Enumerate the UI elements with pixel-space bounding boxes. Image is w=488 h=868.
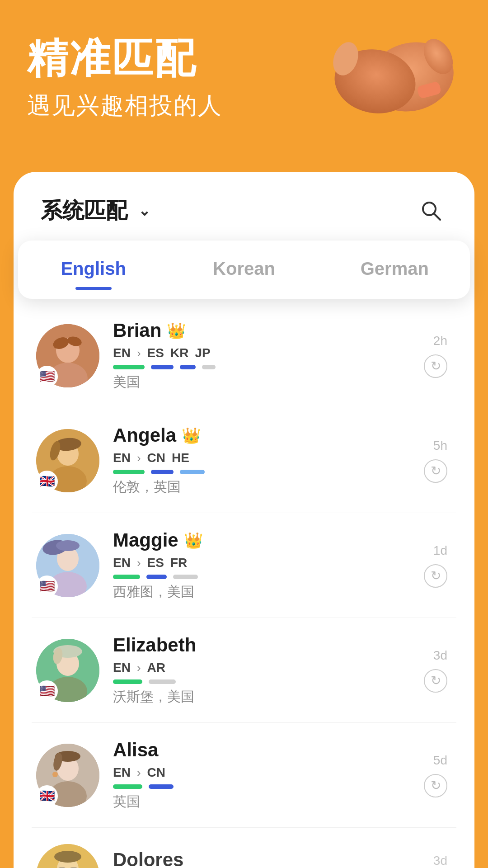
time-label: 5d [433,753,447,768]
svg-point-37 [54,851,81,863]
search-button[interactable] [415,194,447,227]
chevron-down-icon[interactable]: ⌄ [138,202,150,219]
arrow-right-icon: › [137,766,141,780]
prog-bar-cn [149,784,174,789]
user-name-row: Maggie 👑 [113,529,393,551]
prog-bar-kr [180,365,196,369]
prog-bar-cn [151,470,174,474]
arrow-right-icon: › [137,661,141,675]
right-col: 1d ↻ [407,543,447,588]
arrow-right-icon: › [137,556,141,570]
refresh-icon[interactable]: ↻ [424,669,447,693]
avatar: 🇬🇧 [36,429,99,492]
lang-en: EN [113,346,131,360]
prog-bar-he [180,470,205,474]
lang-en: EN [113,556,131,570]
lang-en: EN [113,451,131,465]
time-label: 5h [433,439,447,453]
crown-icon: 👑 [182,426,201,444]
user-info: Angela 👑 EN › CN HE 伦敦，英国 [113,425,393,496]
flag-badge: 🇺🇸 [36,680,58,702]
progress-bars [113,575,393,579]
user-name: Maggie [113,529,178,551]
svg-point-33 [52,772,58,777]
progress-bars [113,365,393,369]
lang-kr: KR [170,346,188,360]
list-item[interactable]: 🇬🇧 Angela 👑 EN › CN HE 伦敦，英国 [32,408,456,513]
refresh-icon[interactable]: ↻ [424,564,447,588]
flag-badge: 🇬🇧 [36,785,58,807]
list-item[interactable]: 🇺🇸 Brian 👑 EN › ES KR JP [32,303,456,408]
flag-badge: 🇬🇧 [36,471,58,492]
avatar-image [36,844,99,868]
lang-es: ES [147,556,164,570]
lang-row: EN › AR [113,660,393,675]
lang-he: HE [172,451,189,465]
user-info: Maggie 👑 EN › ES FR 西雅图，美国 [113,529,393,601]
tab-dropdown: English Korean German [18,241,470,299]
progress-bars [113,784,393,789]
progress-bars [113,679,393,684]
svg-point-22 [56,540,80,551]
lang-es: ES [147,346,164,360]
list-item[interactable]: 🇺🇸 Elizabeth EN › AR 沃斯堡，美国 3d [32,618,456,723]
lang-cn: CN [147,765,165,780]
lang-row: EN › ES KR JP [113,346,393,360]
arrow-right-icon: › [137,346,141,360]
list-item[interactable]: 🇺🇸 Maggie 👑 EN › ES FR 西雅图，美 [32,513,456,618]
lang-row: EN › ES FR [113,556,393,570]
tab-english[interactable]: English [18,254,169,290]
user-name-row: Dolores [113,849,393,868]
prog-bar-en [113,784,142,789]
lang-jp: JP [195,346,210,360]
user-name-row: Brian 👑 [113,320,393,341]
prog-bar-en [113,365,145,369]
time-label: 3d [433,648,447,663]
user-name-row: Angela 👑 [113,425,393,446]
prog-bar-es [146,575,167,579]
lang-row: EN › CN [113,765,393,780]
avatar: 🇺🇸 [36,324,99,387]
crown-icon: 👑 [167,321,186,340]
lang-row: EN › CN HE [113,451,393,465]
user-location: 沃斯堡，美国 [113,688,393,706]
lang-cn: CN [147,451,165,465]
prog-bar-en [113,679,142,684]
flag-badge: 🇺🇸 [36,576,58,597]
user-name-row: Alisa [113,739,393,761]
prog-bar-ar [149,679,176,684]
tab-german[interactable]: German [319,254,470,290]
refresh-icon[interactable]: ↻ [424,354,447,378]
user-location: 英国 [113,793,393,811]
user-info: Alisa EN › CN 英国 [113,739,393,811]
user-name-row: Elizabeth [113,634,393,656]
time-label: 1d [433,543,447,558]
time-label: 3d [433,854,447,868]
progress-bars [113,470,393,474]
crown-icon: 👑 [184,531,203,549]
prog-bar-jp [202,365,216,369]
refresh-icon[interactable]: ↻ [424,459,447,483]
user-name: Alisa [113,739,158,761]
user-info: Elizabeth EN › AR 沃斯堡，美国 [113,634,393,706]
prog-bar-en [113,470,145,474]
user-location: 西雅图，美国 [113,583,393,601]
search-bar-row: 系统匹配 ⌄ [14,172,474,241]
lang-en: EN [113,765,131,780]
refresh-icon[interactable]: ↻ [424,774,447,797]
list-item[interactable]: 🇺🇸 Dolores EN › KR 3d ↻ [32,828,456,868]
header-section: 精准匹配 遇见兴趣相投的人 [0,0,488,172]
lang-en: EN [113,660,131,675]
user-list: 🇺🇸 Brian 👑 EN › ES KR JP [14,303,474,868]
avatar: 🇺🇸 [36,534,99,597]
svg-line-7 [434,213,440,220]
user-location: 美国 [113,373,393,392]
user-name: Dolores [113,849,183,868]
main-card: 系统匹配 ⌄ English Korean German [14,172,474,868]
avatar: 🇺🇸 [36,639,99,702]
search-bar-label[interactable]: 系统匹配 ⌄ [41,196,150,225]
tab-korean[interactable]: Korean [169,254,319,290]
right-col: 2h ↻ [407,334,447,378]
right-col: 3d ↻ [407,648,447,693]
list-item[interactable]: 🇬🇧 Alisa EN › CN 英国 5d ↻ [32,723,456,828]
